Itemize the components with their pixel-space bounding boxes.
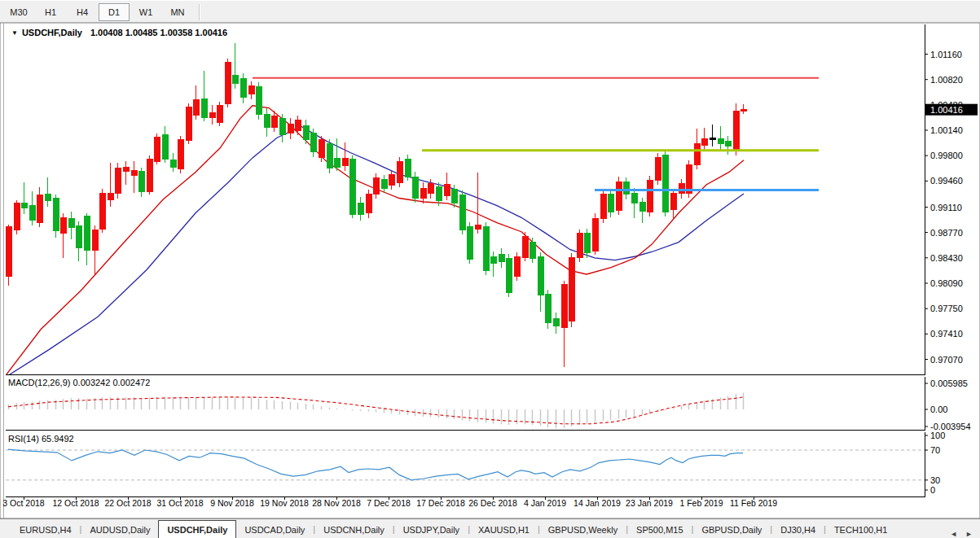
symbol-dropdown-icon[interactable]: ▼: [11, 29, 18, 37]
price-axis-label: 1.00820: [930, 75, 963, 85]
chart-title: ▼USDCHF,Daily1.00408 1.00485 1.00358 1.0…: [11, 28, 227, 37]
rsi-axis-label: 30: [930, 475, 940, 485]
chart-tab-usdjpy[interactable]: USDJPY,Daily: [395, 522, 468, 538]
rsi-indicator-label: RSI(14) 65.9492: [8, 434, 74, 444]
date-axis-label: 3 Oct 2018: [2, 498, 45, 508]
rsi-axis-label: 100: [930, 431, 945, 440]
date-axis-label: 7 Dec 2018: [367, 498, 411, 508]
chart-tab-tech100[interactable]: TECH100,H1: [826, 522, 895, 538]
chart-tab-dj30[interactable]: DJ30,H4: [772, 522, 824, 538]
current-price-value: 1.00416: [930, 105, 963, 115]
date-axis-label: 22 Oct 2018: [104, 498, 151, 508]
macd-axis-label: 0.00: [930, 405, 947, 414]
main-chart-panel: [6, 24, 925, 377]
chart-tabs-bar: EURUSD,H4|AUDUSD,DailyUSDCHF,DailyUSDCAD…: [0, 518, 980, 538]
price-axis-label: 0.97750: [930, 304, 963, 313]
chart-tab-gbpusd[interactable]: GBPUSD,Weekly: [540, 522, 626, 538]
tab-scroll-controls: ◄►: [946, 530, 980, 538]
macd-indicator-label: MACD(12,26,9) 0.003242 0.002472: [8, 378, 150, 387]
date-axis-label: 14 Jan 2019: [573, 498, 621, 508]
date-axis-label: 17 Dec 2018: [416, 498, 465, 508]
rsi-plot-area[interactable]: [6, 432, 925, 496]
price-axis-label: 1.01160: [930, 50, 962, 59]
macd-axis-label: 0.005985: [930, 378, 968, 388]
date-axis-label: 4 Jan 2019: [524, 498, 566, 508]
chart-tab-usdcad[interactable]: USDCAD,Daily: [236, 522, 313, 538]
date-axis-label: 23 Jan 2019: [626, 498, 673, 508]
scroll-tabs-right-button[interactable]: ►: [961, 530, 977, 538]
price-axis-label: 1.00140: [930, 125, 963, 135]
chart-tab-usdcnh[interactable]: USDCNH,Daily: [315, 522, 393, 538]
rsi-panel: [6, 432, 925, 496]
chart-symbol-label: USDCHF,Daily: [22, 28, 82, 37]
date-axis-label: 31 Oct 2018: [156, 498, 203, 508]
chart-tab-xauusd[interactable]: XAUUSD,H1: [470, 522, 538, 538]
price-axis-label: 0.98090: [930, 278, 963, 288]
date-axis-label: 28 Nov 2018: [312, 498, 361, 508]
mt4-window: M30H1H4D1W1MN 1.011601.008201.004801.001…: [0, 0, 980, 538]
date-axis-label: 1 Feb 2019: [679, 498, 723, 508]
date-axis-label: 19 Nov 2018: [260, 498, 309, 508]
price-axis-label: 0.98770: [930, 228, 963, 238]
scroll-tabs-left-button[interactable]: ◄: [946, 530, 961, 538]
date-axis-label: 9 Nov 2018: [210, 498, 254, 508]
price-axis-label: 0.99800: [930, 151, 963, 160]
date-axis-label: 12 Oct 2018: [52, 498, 99, 508]
date-axis: 3 Oct 201812 Oct 201822 Oct 201831 Oct 2…: [2, 496, 777, 508]
chart-tab-usdchf[interactable]: USDCHF,Daily: [158, 520, 236, 538]
price-axis-label: 0.99110: [930, 203, 962, 212]
date-axis-label: 26 Dec 2018: [468, 498, 517, 508]
date-axis-label: 11 Feb 2019: [730, 498, 777, 508]
chart-tab-audusd[interactable]: AUDUSD,Daily: [81, 522, 158, 538]
price-axis-label: 0.99460: [930, 176, 963, 186]
chart-tab-sp500[interactable]: SP500,M15: [628, 522, 691, 538]
price-axis-label: 0.97410: [930, 329, 963, 339]
rsi-axis-label: 70: [930, 445, 940, 455]
price-axis-label: 0.97070: [930, 355, 963, 365]
chart-tab-gbpusd[interactable]: GBPUSD,Daily: [693, 522, 770, 538]
rsi-axis-label: 0: [930, 485, 935, 495]
price-axis-label: 0.98430: [930, 253, 963, 263]
chart-canvas[interactable]: 1.011601.008201.004801.001400.998000.994…: [0, 0, 980, 538]
chart-tab-eurusd[interactable]: EURUSD,H4: [11, 522, 80, 538]
chart-ohlc-values: 1.00408 1.00485 1.00358 1.00416: [90, 28, 227, 37]
